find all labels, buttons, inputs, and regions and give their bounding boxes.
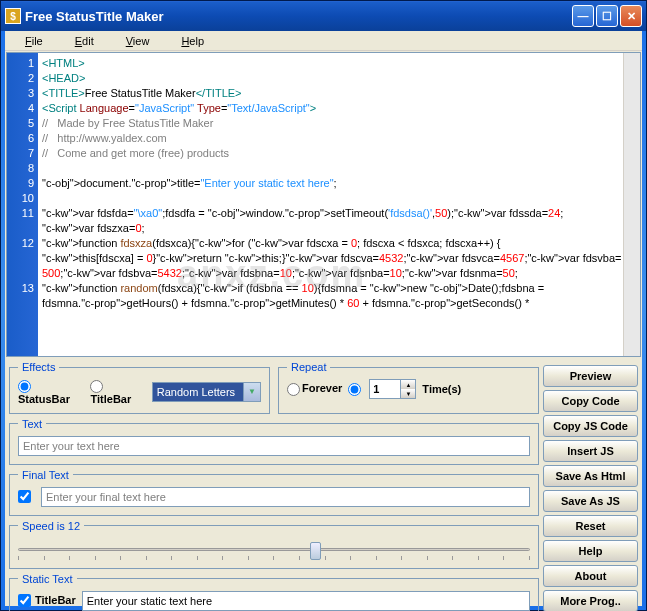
vertical-scrollbar[interactable] bbox=[623, 53, 640, 356]
speed-slider[interactable] bbox=[18, 540, 530, 560]
app-icon: $ bbox=[5, 8, 21, 24]
more-prog-button[interactable]: More Prog.. bbox=[543, 590, 638, 611]
text-input[interactable] bbox=[18, 436, 530, 456]
save-as-html-button[interactable]: Save As Html bbox=[543, 465, 638, 487]
times-label: Time(s) bbox=[422, 383, 461, 395]
copy-js-code-button[interactable]: Copy JS Code bbox=[543, 415, 638, 437]
menubar: File Edit View Help bbox=[5, 31, 642, 51]
window-controls: — ☐ ✕ bbox=[572, 5, 642, 27]
radio-statusbar[interactable]: StatusBar bbox=[18, 379, 84, 405]
repeat-count-spinner[interactable]: ▲▼ bbox=[369, 379, 416, 399]
static-titlebar-checkbox[interactable]: TitleBar bbox=[18, 594, 76, 608]
final-checkbox[interactable] bbox=[18, 490, 31, 503]
preview-button[interactable]: Preview bbox=[543, 365, 638, 387]
about-button[interactable]: About bbox=[543, 565, 638, 587]
menu-view[interactable]: View bbox=[110, 33, 166, 49]
minimize-button[interactable]: — bbox=[572, 5, 594, 27]
maximize-button[interactable]: ☐ bbox=[596, 5, 618, 27]
line-gutter: 12345678910111213 bbox=[7, 53, 38, 356]
radio-forever[interactable]: Forever bbox=[287, 382, 342, 396]
effects-group: Effects StatusBar TitleBar Random Letter… bbox=[9, 361, 270, 414]
app-window: $ Free StatusTitle Maker — ☐ ✕ File Edit… bbox=[0, 0, 647, 611]
final-legend: Final Text bbox=[18, 469, 73, 481]
repeat-count-input[interactable] bbox=[370, 380, 400, 398]
radio-titlebar[interactable]: TitleBar bbox=[90, 379, 145, 405]
close-button[interactable]: ✕ bbox=[620, 5, 642, 27]
repeat-legend: Repeat bbox=[287, 361, 330, 373]
action-buttons: Preview Copy Code Copy JS Code Insert JS… bbox=[543, 361, 638, 611]
chevron-down-icon[interactable]: ▼ bbox=[243, 383, 260, 401]
text-group: Text bbox=[9, 418, 539, 465]
speed-group: Speed is 12 bbox=[9, 520, 539, 569]
window-title: Free StatusTitle Maker bbox=[25, 9, 572, 24]
menu-file[interactable]: File bbox=[9, 33, 59, 49]
insert-js-button[interactable]: Insert JS bbox=[543, 440, 638, 462]
reset-button[interactable]: Reset bbox=[543, 515, 638, 537]
help-button[interactable]: Help bbox=[543, 540, 638, 562]
effect-combo[interactable]: Random Letters ▼ bbox=[152, 382, 261, 402]
code-area[interactable]: <HTML><HEAD><TITLE>Free StatusTitle Make… bbox=[38, 53, 623, 356]
code-editor[interactable]: 12345678910111213 <HTML><HEAD><TITLE>Fre… bbox=[6, 52, 641, 357]
radio-count[interactable] bbox=[348, 382, 363, 396]
final-text-group: Final Text bbox=[9, 469, 539, 516]
spin-up-icon[interactable]: ▲ bbox=[401, 380, 415, 389]
speed-legend: Speed is 12 bbox=[18, 520, 84, 532]
combo-text: Random Letters bbox=[153, 383, 243, 401]
menu-help[interactable]: Help bbox=[165, 33, 220, 49]
text-legend: Text bbox=[18, 418, 46, 430]
final-text-input[interactable] bbox=[41, 487, 530, 507]
copy-code-button[interactable]: Copy Code bbox=[543, 390, 638, 412]
effects-legend: Effects bbox=[18, 361, 59, 373]
repeat-group: Repeat Forever ▲▼ Time(s) bbox=[278, 361, 539, 414]
titlebar[interactable]: $ Free StatusTitle Maker — ☐ ✕ bbox=[1, 1, 646, 31]
static-legend: Static Text bbox=[18, 573, 77, 585]
bottom-panels: Effects StatusBar TitleBar Random Letter… bbox=[5, 357, 642, 611]
options-panel: Effects StatusBar TitleBar Random Letter… bbox=[9, 361, 539, 611]
client-area: File Edit View Help 12345678910111213 <H… bbox=[5, 31, 642, 606]
menu-edit[interactable]: Edit bbox=[59, 33, 110, 49]
static-text-group: Static Text TitleBar bbox=[9, 573, 539, 611]
save-as-js-button[interactable]: Save As JS bbox=[543, 490, 638, 512]
spin-down-icon[interactable]: ▼ bbox=[401, 389, 415, 398]
static-text-input[interactable] bbox=[82, 591, 530, 611]
